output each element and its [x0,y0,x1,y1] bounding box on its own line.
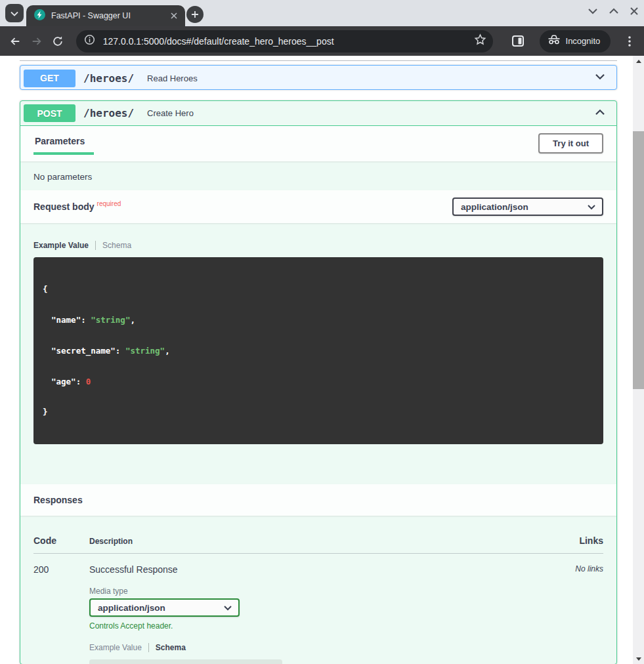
incognito-label: Incognito [566,36,601,46]
parameters-title: Parameters [33,136,94,155]
code-line: "secret_name": "string", [43,346,594,356]
collapse-chevron-up-icon[interactable] [593,105,607,122]
required-label: required [97,200,121,207]
side-panel-icon[interactable] [509,31,527,51]
post-path: /heroes/ [83,107,134,119]
request-media-type-select[interactable]: application/json [452,197,603,216]
address-bar[interactable]: 127.0.0.1:5000/docs#/default/create_hero… [76,30,493,52]
code-line: "name": "string", [43,315,594,325]
parameters-section-header: Parameters Try it out [20,126,616,161]
tab-divider [148,643,149,652]
controls-accept-note: Controls Accept header. [89,621,538,631]
opblock-get-heroes: GET /heroes/ Read Heroes [20,65,617,90]
opblock-post-heroes: POST /heroes/ Create Hero Parameters Try… [20,100,617,664]
response-description: Successful Response [89,564,538,575]
response-links: No links [538,564,603,664]
code-line: } [43,407,594,417]
reload-button[interactable] [49,32,67,51]
back-button[interactable] [7,32,24,51]
select-chevron-down-icon [224,603,232,613]
window-close-icon[interactable] [630,7,639,16]
example-json-code: { "name": "string", "secret_name": "stri… [33,257,603,444]
browser-toolbar: 127.0.0.1:5000/docs#/default/create_hero… [0,26,644,56]
page-scrollbar[interactable] [633,56,644,664]
incognito-badge[interactable]: Incognito [540,30,611,52]
post-method-badge: POST [24,104,75,122]
post-summary-text: Create Hero [147,108,593,118]
window-controls [588,7,639,16]
media-type-label: Media type [89,587,538,596]
window-maximize-icon[interactable] [609,8,619,14]
response-media-type-select[interactable]: application/json [89,598,240,617]
schema-model-box: HeroPublic Collapse all object id* [89,659,282,664]
bookmark-star-icon[interactable] [474,33,486,49]
site-info-icon[interactable] [84,34,95,48]
chevron-down-icon [11,7,18,19]
incognito-icon [547,35,561,47]
opblock-post-summary[interactable]: POST /heroes/ Create Hero [20,101,616,126]
try-it-out-button[interactable]: Try it out [538,133,603,154]
no-parameters-text: No parameters [20,161,616,190]
tab-close-icon[interactable] [168,10,180,22]
column-links: Links [538,535,603,546]
get-summary-text: Read Heroes [147,73,593,83]
opblock-get-summary[interactable]: GET /heroes/ Read Heroes [20,66,616,91]
responses-title: Responses [33,495,83,505]
responses-section-header: Responses [20,484,616,516]
response-code: 200 [33,564,89,664]
expand-chevron-down-icon[interactable] [593,70,607,87]
select-chevron-down-icon [588,202,595,212]
url-text: 127.0.0.1:5000/docs#/default/create_hero… [103,36,474,47]
request-media-type-value: application/json [461,202,528,212]
column-code: Code [33,535,89,546]
tab-example-value[interactable]: Example Value [33,241,89,250]
get-method-badge: GET [24,70,75,87]
scrollbar-thumb[interactable] [633,131,644,389]
response-tabs: Example Value Schema [89,642,538,652]
window-minimize-icon[interactable] [588,8,598,14]
tab-search-button[interactable] [5,4,24,22]
tab-schema[interactable]: Schema [156,643,186,652]
fastapi-favicon-icon [34,9,45,23]
tab-title: FastAPI - Swagger UI [51,11,168,20]
response-row-200: 200 Successful Response Media type appli… [33,554,603,664]
request-body-content: Example Value Schema { "name": "string",… [20,223,616,484]
new-tab-button[interactable] [186,6,204,23]
tab-schema[interactable]: Schema [102,241,131,250]
responses-table: Code Description Links 200 Successful Re… [20,516,616,664]
code-line: { [43,284,594,295]
request-body-title: Request body [33,201,95,212]
scrollbar-up-arrow[interactable] [633,56,644,66]
responses-table-header: Code Description Links [33,516,603,554]
section-divider [20,60,617,61]
code-line: "age": 0 [43,377,594,387]
forward-button[interactable] [28,32,46,51]
request-body-tabs: Example Value Schema [33,240,603,250]
tab-example-value[interactable]: Example Value [89,643,142,652]
get-path: /heroes/ [83,72,134,85]
browser-titlebar: FastAPI - Swagger UI [0,0,644,26]
tab-divider [95,241,96,250]
scrollbar-down-arrow[interactable] [633,654,644,664]
request-body-section-header: Request bodyrequired application/json [20,190,616,223]
browser-menu-icon[interactable] [621,33,637,50]
column-description: Description [89,537,538,546]
browser-tab[interactable]: FastAPI - Swagger UI [26,5,185,26]
response-media-type-value: application/json [98,603,165,613]
swagger-page: GET /heroes/ Read Heroes POST /heroes/ C… [0,56,644,664]
